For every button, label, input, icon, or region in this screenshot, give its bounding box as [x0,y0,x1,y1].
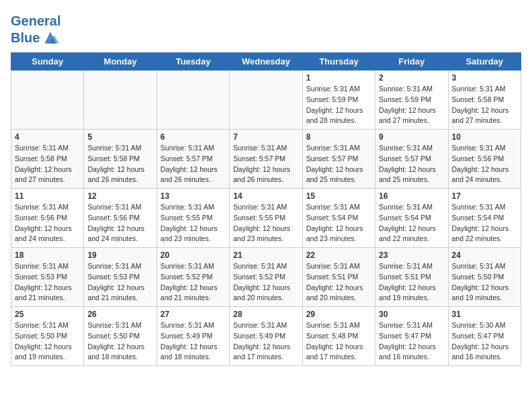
calendar-cell: 21Sunrise: 5:31 AMSunset: 5:52 PMDayligh… [230,248,302,307]
calendar-cell: 5Sunrise: 5:31 AMSunset: 5:58 PMDaylight… [84,130,157,189]
calendar-cell: 9Sunrise: 5:31 AMSunset: 5:57 PMDaylight… [375,130,448,189]
day-number: 29 [306,310,371,319]
day-header-wednesday: Wednesday [230,53,302,71]
day-header-saturday: Saturday [448,53,521,71]
logo-icon [41,28,60,47]
day-info: Sunrise: 5:31 AMSunset: 5:51 PMDaylight:… [379,261,444,304]
calendar-cell: 7Sunrise: 5:31 AMSunset: 5:57 PMDaylight… [230,130,302,189]
day-info: Sunrise: 5:31 AMSunset: 5:57 PMDaylight:… [306,143,371,185]
day-number: 7 [233,132,298,142]
day-number: 21 [233,250,298,260]
day-number: 13 [161,191,226,201]
day-info: Sunrise: 5:31 AMSunset: 5:59 PMDaylight:… [379,84,444,126]
calendar-cell: 12Sunrise: 5:31 AMSunset: 5:56 PMDayligh… [84,189,157,248]
calendar-cell: 15Sunrise: 5:31 AMSunset: 5:54 PMDayligh… [302,189,375,248]
day-info: Sunrise: 5:31 AMSunset: 5:55 PMDaylight:… [233,202,298,244]
day-header-monday: Monday [84,53,157,71]
calendar-cell: 13Sunrise: 5:31 AMSunset: 5:55 PMDayligh… [157,189,229,248]
calendar-cell: 28Sunrise: 5:31 AMSunset: 5:49 PMDayligh… [230,307,302,366]
day-number: 12 [87,191,152,201]
day-number: 27 [161,310,226,319]
day-info: Sunrise: 5:31 AMSunset: 5:50 PMDaylight:… [452,261,517,304]
day-info: Sunrise: 5:31 AMSunset: 5:56 PMDaylight:… [15,202,80,244]
calendar-cell: 18Sunrise: 5:31 AMSunset: 5:53 PMDayligh… [11,248,84,307]
day-info: Sunrise: 5:31 AMSunset: 5:49 PMDaylight:… [161,320,226,363]
day-number: 19 [87,250,152,260]
day-number: 8 [306,132,371,142]
calendar-cell: 8Sunrise: 5:31 AMSunset: 5:57 PMDaylight… [302,130,375,189]
day-info: Sunrise: 5:30 AMSunset: 5:47 PMDaylight:… [452,320,517,363]
day-number: 1 [306,73,371,83]
calendar-cell: 29Sunrise: 5:31 AMSunset: 5:48 PMDayligh… [302,307,375,366]
day-info: Sunrise: 5:31 AMSunset: 5:53 PMDaylight:… [87,261,152,304]
calendar-cell: 4Sunrise: 5:31 AMSunset: 5:58 PMDaylight… [11,130,84,189]
day-info: Sunrise: 5:31 AMSunset: 5:56 PMDaylight:… [452,143,517,185]
day-info: Sunrise: 5:31 AMSunset: 5:56 PMDaylight:… [87,202,152,244]
logo: General Blue [11,13,60,47]
day-info: Sunrise: 5:31 AMSunset: 5:53 PMDaylight:… [15,261,80,304]
day-info: Sunrise: 5:31 AMSunset: 5:57 PMDaylight:… [379,143,444,185]
calendar-cell: 14Sunrise: 5:31 AMSunset: 5:55 PMDayligh… [230,189,302,248]
calendar-cell: 6Sunrise: 5:31 AMSunset: 5:57 PMDaylight… [157,130,229,189]
day-number: 9 [379,132,444,142]
calendar-cell: 20Sunrise: 5:31 AMSunset: 5:52 PMDayligh… [157,248,229,307]
day-info: Sunrise: 5:31 AMSunset: 5:52 PMDaylight:… [233,261,298,304]
calendar-cell: 10Sunrise: 5:31 AMSunset: 5:56 PMDayligh… [448,130,521,189]
day-number: 5 [87,132,152,142]
calendar-cell: 11Sunrise: 5:31 AMSunset: 5:56 PMDayligh… [11,189,84,248]
day-number: 28 [233,310,298,319]
day-info: Sunrise: 5:31 AMSunset: 5:57 PMDaylight:… [161,143,226,185]
calendar-cell [84,71,157,130]
calendar-cell: 19Sunrise: 5:31 AMSunset: 5:53 PMDayligh… [84,248,157,307]
day-info: Sunrise: 5:31 AMSunset: 5:50 PMDaylight:… [15,320,80,363]
days-header-row: SundayMondayTuesdayWednesdayThursdayFrid… [11,53,521,71]
week-row-4: 18Sunrise: 5:31 AMSunset: 5:53 PMDayligh… [11,248,521,307]
calendar-cell [11,71,84,130]
calendar-cell: 30Sunrise: 5:31 AMSunset: 5:47 PMDayligh… [375,307,448,366]
day-info: Sunrise: 5:31 AMSunset: 5:58 PMDaylight:… [87,143,152,185]
logo-general: General [11,13,60,28]
day-info: Sunrise: 5:31 AMSunset: 5:54 PMDaylight:… [379,202,444,244]
day-info: Sunrise: 5:31 AMSunset: 5:54 PMDaylight:… [306,202,371,244]
day-header-sunday: Sunday [11,53,84,71]
calendar-cell: 26Sunrise: 5:31 AMSunset: 5:50 PMDayligh… [84,307,157,366]
day-info: Sunrise: 5:31 AMSunset: 5:55 PMDaylight:… [161,202,226,244]
day-info: Sunrise: 5:31 AMSunset: 5:48 PMDaylight:… [306,320,371,363]
day-info: Sunrise: 5:31 AMSunset: 5:58 PMDaylight:… [15,143,80,185]
day-header-friday: Friday [375,53,448,71]
calendar-cell: 2Sunrise: 5:31 AMSunset: 5:59 PMDaylight… [375,71,448,130]
day-info: Sunrise: 5:31 AMSunset: 5:54 PMDaylight:… [452,202,517,244]
day-number: 31 [452,310,517,319]
day-number: 25 [15,310,80,319]
day-number: 30 [379,310,444,319]
day-info: Sunrise: 5:31 AMSunset: 5:57 PMDaylight:… [233,143,298,185]
day-info: Sunrise: 5:31 AMSunset: 5:49 PMDaylight:… [233,320,298,363]
day-info: Sunrise: 5:31 AMSunset: 5:58 PMDaylight:… [452,84,517,126]
day-number: 14 [233,191,298,201]
calendar-cell: 1Sunrise: 5:31 AMSunset: 5:59 PMDaylight… [302,71,375,130]
day-number: 26 [87,310,152,319]
week-row-3: 11Sunrise: 5:31 AMSunset: 5:56 PMDayligh… [11,189,521,248]
day-header-tuesday: Tuesday [157,53,229,71]
day-info: Sunrise: 5:31 AMSunset: 5:59 PMDaylight:… [306,84,371,126]
day-number: 17 [452,191,517,201]
day-number: 6 [161,132,226,142]
calendar-cell: 27Sunrise: 5:31 AMSunset: 5:49 PMDayligh… [157,307,229,366]
page-header: General Blue [11,11,521,47]
calendar-cell [230,71,302,130]
day-number: 20 [161,250,226,260]
day-number: 22 [306,250,371,260]
calendar-cell: 23Sunrise: 5:31 AMSunset: 5:51 PMDayligh… [375,248,448,307]
day-number: 15 [306,191,371,201]
calendar-cell: 22Sunrise: 5:31 AMSunset: 5:51 PMDayligh… [302,248,375,307]
logo-blue: Blue [11,30,40,45]
calendar-cell [157,71,229,130]
day-info: Sunrise: 5:31 AMSunset: 5:51 PMDaylight:… [306,261,371,304]
day-info: Sunrise: 5:31 AMSunset: 5:47 PMDaylight:… [379,320,444,363]
day-number: 4 [15,132,80,142]
day-number: 24 [452,250,517,260]
day-info: Sunrise: 5:31 AMSunset: 5:52 PMDaylight:… [161,261,226,304]
day-number: 2 [379,73,444,83]
calendar-cell: 16Sunrise: 5:31 AMSunset: 5:54 PMDayligh… [375,189,448,248]
calendar-cell: 25Sunrise: 5:31 AMSunset: 5:50 PMDayligh… [11,307,84,366]
